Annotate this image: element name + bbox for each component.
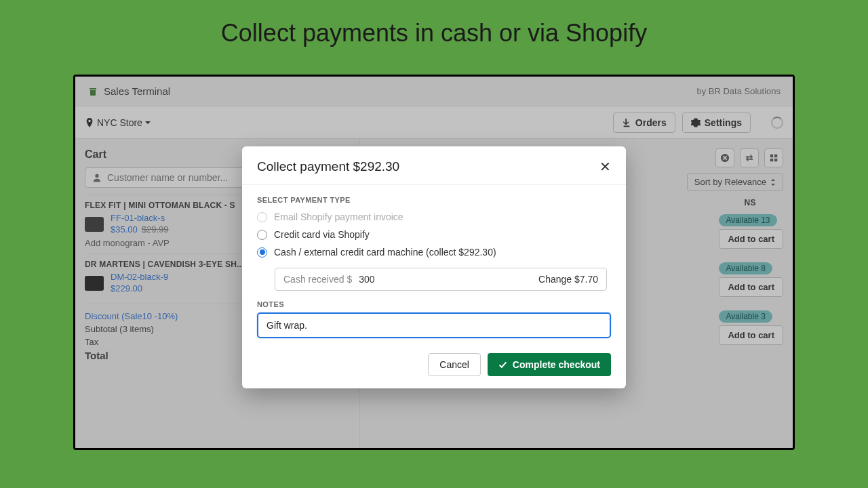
radio-email-invoice: Email Shopify payment invoice [257,208,611,226]
toolbar: NYC Store Orders Settings [75,106,793,139]
radio-icon [257,212,267,222]
radio-credit-card[interactable]: Credit card via Shopify [257,226,611,243]
chevron-down-icon [145,120,151,125]
download-icon [622,118,631,127]
hero-title: Collect payments in cash or via Shopify [0,0,868,60]
radio-label: Cash / external credit card machine (col… [274,247,496,258]
clear-icon[interactable] [715,148,734,167]
person-icon [92,173,102,182]
sort-select[interactable]: Sort by Relevance [687,173,783,191]
gear-icon [691,118,701,127]
cash-received-label: Cash received $ [283,274,352,285]
notes-label: NOTES [257,300,611,308]
change-amount: Change $7.70 [538,274,598,285]
loading-spinner [771,117,783,129]
pin-icon [85,118,94,127]
cart-item-price: $229.00 [111,283,142,293]
settings-label: Settings [705,117,742,128]
product-thumb [85,276,104,291]
location-name: NYC Store [97,117,142,128]
radio-icon [257,247,267,258]
add-to-cart-button[interactable]: Add to cart [719,325,783,345]
swap-icon[interactable] [740,148,759,167]
add-to-cart-button[interactable]: Add to cart [719,277,783,297]
grid-icon[interactable] [764,148,783,167]
cart-item-sku: DM-02-black-9 [111,272,168,282]
radio-icon [257,230,267,240]
collect-payment-modal: Collect payment $292.30 ✕ SELECT PAYMENT… [242,146,626,388]
cart-item-compare: $29.99 [142,224,169,235]
check-icon [498,361,507,369]
complete-label: Complete checkout [513,359,600,370]
app-name: Sales Terminal [104,85,170,97]
settings-button[interactable]: Settings [682,113,751,133]
notes-input[interactable] [257,312,611,338]
modal-title: Collect payment $292.30 [257,159,399,174]
brand: Sales Terminal [87,85,170,97]
location-picker[interactable]: NYC Store [85,117,151,128]
availability-tag: Available 3 [719,310,772,323]
cart-item-price: $35.00 [111,224,138,235]
cancel-button[interactable]: Cancel [428,353,481,376]
cart-item-sku: FF-01-black-s [111,213,169,223]
sort-label: Sort by Relevance [694,177,766,187]
topbar: Sales Terminal by BR Data Solutions [75,77,793,106]
cash-received-box: Cash received $ Change $7.70 [275,268,607,291]
add-to-cart-button[interactable]: Add to cart [719,229,783,249]
radio-label: Email Shopify payment invoice [274,211,403,222]
orders-label: Orders [635,117,667,128]
payment-type-label: SELECT PAYMENT TYPE [257,196,611,204]
complete-checkout-button[interactable]: Complete checkout [488,353,611,376]
orders-button[interactable]: Orders [613,113,675,133]
sort-arrows-icon [770,179,776,186]
availability-tag: Available 8 [719,262,772,274]
close-icon[interactable]: ✕ [599,159,611,175]
terminal-icon [87,86,98,97]
product-thumb [85,217,104,232]
radio-cash[interactable]: Cash / external credit card machine (col… [257,243,611,261]
radio-label: Credit card via Shopify [274,229,370,240]
availability-tag: Available 13 [719,214,776,226]
cash-received-input[interactable] [359,274,406,285]
byline: by BR Data Solutions [696,86,781,96]
